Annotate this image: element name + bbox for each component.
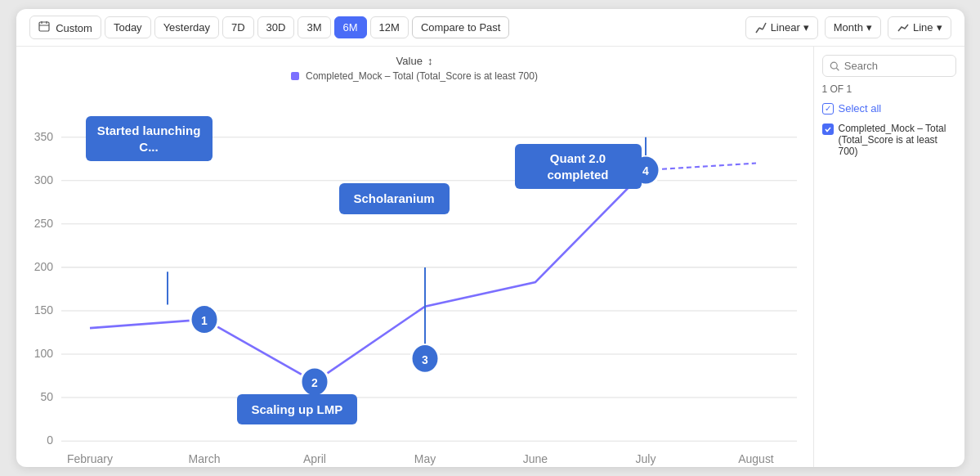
- svg-text:50: 50: [40, 390, 53, 403]
- svg-text:1: 1: [201, 314, 208, 327]
- svg-line-4: [756, 28, 759, 33]
- svg-text:April: April: [303, 451, 326, 465]
- compare-button[interactable]: Compare to Past: [412, 16, 510, 38]
- month-dropdown[interactable]: Month ▾: [825, 16, 881, 38]
- svg-text:350: 350: [34, 130, 52, 143]
- sidebar: 1 OF 1 ✓ Select all Completed_Mock – Tot…: [813, 47, 964, 467]
- chart-line: [90, 170, 646, 382]
- 30d-button[interactable]: 30D: [257, 16, 295, 38]
- svg-text:May: May: [414, 451, 436, 465]
- chevron-down-icon: ▾: [803, 21, 809, 34]
- select-all-row[interactable]: ✓ Select all: [822, 100, 956, 117]
- 3m-button[interactable]: 3M: [298, 16, 330, 38]
- svg-text:300: 300: [34, 173, 52, 186]
- line-dropdown[interactable]: Line ▾: [888, 16, 951, 39]
- svg-text:250: 250: [34, 217, 52, 230]
- main-content: Value ↕ Completed_Mock – Total (Total_Sc…: [16, 47, 964, 467]
- svg-text:3: 3: [422, 353, 428, 366]
- 12m-button[interactable]: 12M: [370, 16, 409, 38]
- series-label: Completed_Mock – Total (Total_Score is a…: [839, 123, 956, 157]
- svg-text:4: 4: [642, 164, 649, 177]
- svg-text:March: March: [188, 451, 220, 465]
- checkmark-icon: [824, 125, 832, 133]
- chart-svg: 0 50 100 150 200 250 300 350 Fe: [16, 85, 813, 467]
- svg-rect-0: [39, 22, 49, 31]
- svg-text:2: 2: [311, 376, 318, 389]
- chevron-down-icon: ▾: [866, 21, 872, 34]
- svg-point-38: [830, 62, 837, 69]
- yesterday-button[interactable]: Yesterday: [154, 16, 219, 38]
- legend-color-dot: [291, 72, 299, 80]
- chart-dotted-line: [646, 164, 756, 170]
- line-icon: [897, 21, 910, 34]
- dashboard-container: Custom Today Yesterday 7D 30D 3M 6M 12M …: [16, 9, 964, 467]
- select-all-checkbox[interactable]: ✓: [822, 103, 834, 115]
- series-row[interactable]: Completed_Mock – Total (Total_Score is a…: [822, 120, 956, 159]
- svg-text:100: 100: [34, 347, 52, 360]
- chart-wrapper: 0 50 100 150 200 250 300 350 Fe: [16, 85, 813, 467]
- value-label: Value: [396, 55, 423, 67]
- search-input[interactable]: [844, 60, 949, 72]
- 6m-button[interactable]: 6M: [334, 16, 367, 38]
- sidebar-count: 1 OF 1: [822, 83, 956, 95]
- search-box[interactable]: [822, 55, 956, 77]
- chevron-down-icon: ▾: [937, 21, 942, 34]
- toolbar: Custom Today Yesterday 7D 30D 3M 6M 12M …: [16, 9, 964, 47]
- svg-text:June: June: [522, 451, 547, 465]
- chart-header: Value ↕: [16, 55, 813, 67]
- linear-icon: [754, 21, 767, 34]
- svg-line-6: [763, 23, 766, 29]
- svg-text:August: August: [738, 451, 774, 465]
- today-button[interactable]: Today: [105, 16, 151, 38]
- legend-area: Completed_Mock – Total (Total_Score is a…: [16, 70, 813, 82]
- svg-text:200: 200: [34, 260, 52, 273]
- linear-dropdown[interactable]: Linear ▾: [745, 16, 818, 39]
- search-icon: [830, 61, 839, 72]
- svg-text:150: 150: [34, 303, 52, 317]
- chart-area: Value ↕ Completed_Mock – Total (Total_Sc…: [16, 47, 813, 467]
- series-checkbox[interactable]: [822, 123, 834, 135]
- sort-icon: ↕: [427, 55, 433, 67]
- svg-line-39: [836, 68, 839, 70]
- 7d-button[interactable]: 7D: [222, 16, 254, 38]
- svg-text:February: February: [67, 451, 114, 465]
- toolbar-left: Custom Today Yesterday 7D 30D 3M 6M 12M …: [29, 16, 742, 39]
- svg-text:July: July: [635, 451, 656, 465]
- toolbar-right: Linear ▾ Month ▾ Line ▾: [745, 16, 951, 39]
- calendar-icon: [38, 20, 50, 32]
- legend-label: Completed_Mock – Total (Total_Score is a…: [306, 70, 538, 82]
- select-all-label: Select all: [839, 102, 882, 115]
- custom-button[interactable]: Custom: [29, 16, 101, 39]
- svg-text:0: 0: [47, 433, 53, 447]
